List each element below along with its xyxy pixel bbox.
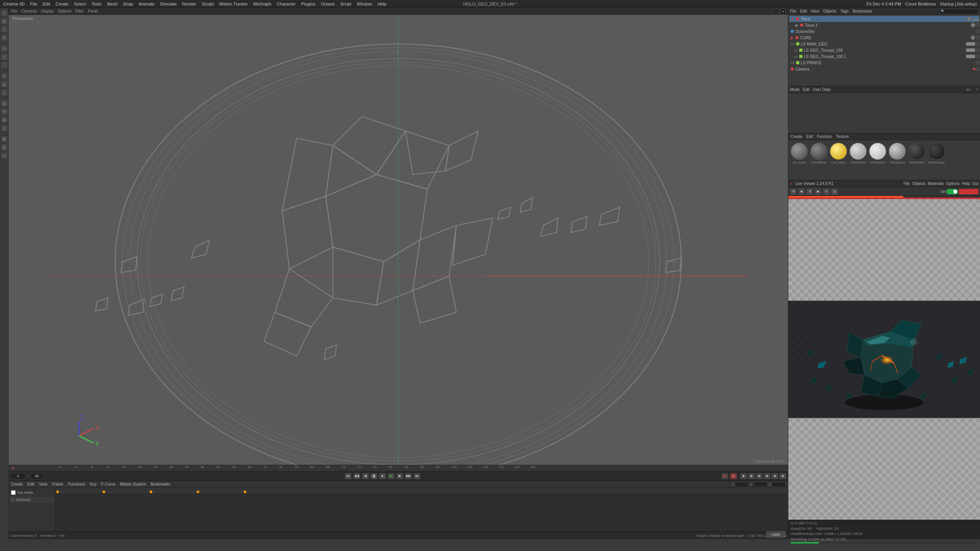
mat-item-6[interactable]: OctrGlossv (908, 143, 926, 164)
timeline-z-input[interactable] (772, 482, 786, 487)
lv-onoff-toggle[interactable] (946, 189, 958, 194)
timeline-menu-edit[interactable]: Edit (27, 482, 34, 486)
menu-create[interactable]: Create (56, 2, 69, 6)
attr-menu-userdata[interactable]: User Data (813, 87, 830, 92)
mat-menu-function[interactable]: Function (817, 134, 832, 139)
lv-btn-ipr[interactable]: ◎ (831, 188, 838, 195)
tool-null[interactable]: ⊗ (1, 144, 8, 151)
btn-timeline-extra6[interactable]: ■ (779, 473, 786, 479)
lv-menu-help[interactable]: Help (962, 181, 970, 186)
lv-menu-objects[interactable]: Objects (912, 181, 926, 186)
frame-end-input[interactable]: 96 (30, 473, 44, 479)
btn-play-reverse[interactable]: ◀▌ (370, 473, 377, 479)
obj-vis-torus[interactable]: ✓ (972, 17, 975, 20)
tool-camera[interactable]: ◫ (1, 100, 8, 107)
tool-knife[interactable]: ╲ (1, 89, 8, 96)
btn-timeline-extra5[interactable]: ■ (771, 473, 779, 479)
om-menu-bookmarks[interactable]: Bookmarks (853, 9, 872, 13)
btn-next-key[interactable]: ▶▶ (405, 473, 412, 479)
om-menu-edit[interactable]: Edit (800, 9, 807, 13)
lv-menu-gui[interactable]: Gui (972, 181, 978, 186)
timeline-y-input[interactable] (754, 482, 768, 487)
timeline-tracks-area[interactable] (56, 488, 788, 531)
menu-edit[interactable]: Edit (43, 2, 50, 6)
mat-item-5[interactable]: OctrSpecul (889, 143, 906, 164)
timeline-menu-key[interactable]: Key (90, 482, 96, 486)
timeline-menu-motionsystem[interactable]: Motion System (120, 482, 146, 486)
apply-button[interactable]: Apply (766, 531, 786, 538)
timeline-menu-view[interactable]: View (39, 482, 47, 486)
obj-vis-camera[interactable] (976, 67, 979, 71)
menu-sculpt[interactable]: Sculpt (202, 2, 214, 6)
obj-row-geo-100[interactable]: LS LS GEO_Thruast_100.1 (789, 53, 979, 60)
obj-row-torus[interactable]: ▼ Torus ✓ ✓ (789, 16, 979, 22)
mat-item-3[interactable]: OctrDiffuse (849, 143, 867, 164)
lv-btn-play[interactable]: ▶ (815, 188, 822, 195)
mat-menu-create[interactable]: Create (791, 134, 802, 139)
om-menu-view[interactable]: View (811, 9, 819, 13)
obj-row-main-geo[interactable]: LS LS MAIN_GEO (789, 41, 979, 47)
btn-go-end[interactable]: ⏭ (414, 473, 421, 479)
menu-help[interactable]: Help (377, 2, 387, 6)
tool-rotate[interactable]: ↻ (1, 34, 8, 41)
viewport-close[interactable]: ✕ (780, 9, 786, 14)
mat-item-7[interactable]: OctrGossoy (928, 143, 945, 164)
obj-vis-prince[interactable] (976, 61, 979, 64)
om-search[interactable]: 🔍 (939, 9, 978, 14)
mat-item-4[interactable]: OctrSpecul (869, 143, 886, 164)
btn-auto-key[interactable]: A (730, 473, 737, 479)
menu-mesh[interactable]: Mesh (107, 2, 118, 6)
mat-item-2[interactable]: Cut_Indoc (830, 143, 847, 164)
viewport-tab-cameras[interactable]: Cameras (21, 9, 37, 13)
lv-btn-settings[interactable]: ⚙ (790, 188, 797, 195)
menu-script[interactable]: Script (340, 2, 351, 6)
tool-deformer[interactable]: ⊕ (1, 116, 8, 123)
tool-polygon[interactable]: ⬡ (1, 45, 8, 52)
mat-menu-edit[interactable]: Edit (806, 134, 813, 139)
menu-file[interactable]: File (30, 2, 37, 6)
menu-app[interactable]: Cinema 4D (3, 2, 25, 6)
obj-vis-geo-100[interactable] (976, 55, 979, 58)
timeline-menu-functions[interactable]: Functions (68, 482, 85, 486)
live-viewer-canvas[interactable] (788, 199, 980, 520)
obj-vis-octanesky[interactable] (976, 30, 979, 33)
menu-select[interactable]: Select (74, 2, 86, 6)
lv-menu-file[interactable]: File (904, 181, 910, 186)
lv-render-status[interactable] (959, 189, 978, 194)
tool-select[interactable]: ↖ (1, 9, 8, 16)
viewport-tab-panel[interactable]: Panel (88, 9, 98, 13)
current-frame-input[interactable]: 0 (10, 473, 26, 479)
btn-prev-key[interactable]: ◀◀ (353, 473, 360, 479)
attr-menu-mode[interactable]: Mode (790, 87, 800, 92)
menu-animate[interactable]: Animate (139, 2, 154, 6)
obj-vis-core[interactable] (976, 36, 979, 39)
menu-simulate[interactable]: Simulate (160, 2, 177, 6)
timeline-menu-bookmarks[interactable]: Bookmarks (151, 482, 171, 486)
timeline-x-input[interactable] (735, 482, 749, 487)
btn-stop[interactable]: ■ (379, 473, 386, 479)
btn-play[interactable]: ▶ (388, 473, 395, 479)
btn-timeline-extra3[interactable]: ■ (756, 473, 763, 479)
menu-character[interactable]: Character (277, 2, 296, 6)
menu-snap[interactable]: Snap (123, 2, 133, 6)
tool-array[interactable]: ⊞ (1, 136, 8, 143)
timeline-ruler[interactable]: ▼ 0 4 8 12 16 20 24 28 32 36 40 44 48 52 (9, 465, 788, 471)
obj-row-torus1[interactable]: ▶ Torus.1 (789, 22, 979, 28)
tool-point[interactable]: · (1, 62, 8, 69)
viewport-tab-file[interactable]: File (11, 9, 17, 13)
tool-scale[interactable]: ⤢ (1, 26, 8, 33)
lv-menu-options[interactable]: Options (946, 181, 959, 186)
timeline-menu-frame[interactable]: Frame (52, 482, 64, 486)
btn-go-start[interactable]: ⏮ (345, 473, 352, 479)
tool-move[interactable]: ✛ (1, 18, 8, 25)
obj-vis-geo-190[interactable] (976, 49, 979, 52)
lv-btn-stop[interactable]: ■ (798, 188, 805, 195)
timeline-menu-fcurve[interactable]: F-Curve (101, 482, 115, 486)
tool-light[interactable]: ☀ (1, 108, 8, 115)
menu-tools[interactable]: Tools (91, 2, 102, 6)
lv-menu-materials[interactable]: Materials (928, 181, 944, 186)
obj-row-geo-190[interactable]: LS LS GEO_Thruast_190 (789, 47, 979, 53)
mat-item-1[interactable]: OctrDiffuse (810, 143, 828, 164)
obj-vis-main-geo[interactable] (976, 42, 979, 45)
btn-timeline-extra4[interactable]: ■ (764, 473, 771, 479)
